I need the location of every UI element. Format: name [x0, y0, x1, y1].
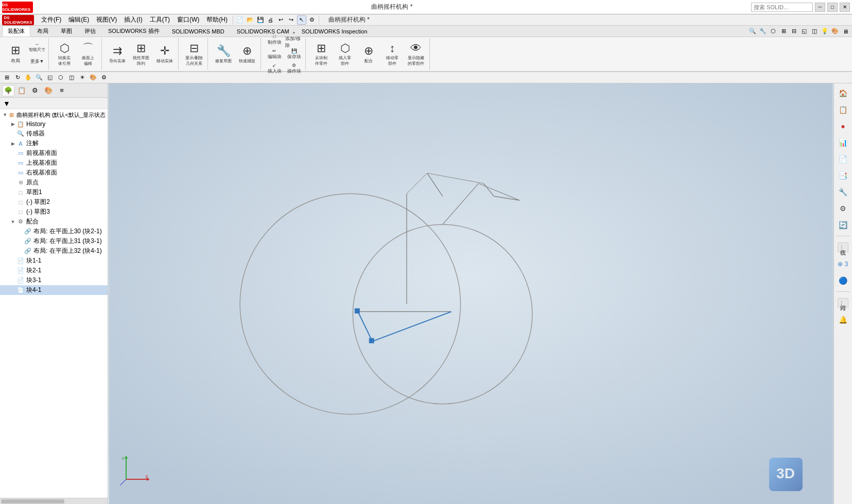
- new-icon[interactable]: 📄: [235, 15, 245, 25]
- insert-component-btn[interactable]: ⬡ 插入零部件: [334, 40, 356, 68]
- ribbon-bg-icon[interactable]: 🎨: [830, 27, 840, 36]
- tab-config[interactable]: ⚙: [29, 85, 41, 96]
- tree-item-block3[interactable]: 📄 块3-1: [0, 275, 108, 285]
- edit-block-btn[interactable]: ✏ 编辑块: [265, 47, 284, 61]
- tree-root[interactable]: ▼ ⊞ 曲柄摇杆机构 (默认<默认_显示状态: [0, 110, 108, 119]
- tree-item-sketch2[interactable]: □ (-) 草图2: [0, 197, 108, 207]
- operate-block-btn[interactable]: ⚙ 操作块: [285, 62, 303, 75]
- right-page-icon[interactable]: 📑: [836, 168, 851, 183]
- move-component-btn[interactable]: ↕ 移动零部件: [381, 40, 404, 68]
- tree-item-front-plane[interactable]: ▭ 前视基准面: [0, 148, 108, 158]
- ribbon-search-icon[interactable]: 🔍: [748, 27, 757, 36]
- tree-item-layout2[interactable]: 🔗 布局: 在平面上31 (块3-1): [0, 236, 108, 246]
- pan-icon[interactable]: ✋: [24, 73, 33, 82]
- move-entity-btn[interactable]: ✛ 移动实体: [153, 40, 176, 68]
- insert-block-btn[interactable]: ↙ 插入块: [265, 62, 284, 75]
- tab-sw-plugins[interactable]: SOLIDWORKS 插件: [102, 26, 165, 37]
- right-tasks-icon[interactable]: 📋: [836, 102, 851, 117]
- offset-surface-btn[interactable]: ⌒ 曲面上偏移: [77, 40, 99, 68]
- tree-item-block1[interactable]: 📄 块1-1: [0, 256, 108, 266]
- tab-layout[interactable]: 布局: [31, 26, 54, 37]
- scrollbar-thumb[interactable]: [1, 499, 64, 503]
- make-part-btn[interactable]: ⊞ 从块制作零件: [310, 40, 333, 68]
- tree-item-top-plane[interactable]: ▭ 上视基准面: [0, 158, 108, 168]
- tab-sw-mbd[interactable]: SOLIDWORKS MBD: [166, 27, 230, 36]
- rotate-icon[interactable]: ↻: [13, 73, 22, 82]
- save-block-btn[interactable]: 💾 保存块: [285, 47, 303, 61]
- right-refresh-icon[interactable]: 🔄: [836, 217, 851, 233]
- options-icon[interactable]: ⚙: [307, 15, 317, 25]
- ribbon-view2-icon[interactable]: ⊟: [789, 27, 798, 36]
- zoom-fit-icon[interactable]: ⊞: [2, 73, 11, 82]
- ribbon-3d-icon[interactable]: ⬡: [769, 27, 778, 36]
- right-subscribe-icon[interactable]: 🔔: [836, 312, 851, 327]
- redo-icon[interactable]: ↪: [287, 15, 296, 25]
- right-chart-icon[interactable]: 📊: [836, 135, 851, 150]
- smart-dimension-btn[interactable]: ↔智能尺寸: [28, 40, 46, 54]
- search-input[interactable]: [751, 3, 813, 12]
- tree-item-sketch3[interactable]: □ (-) 草图3: [0, 207, 108, 217]
- fix-sketch-btn[interactable]: 🔧 修复草图: [212, 40, 235, 68]
- ribbon-3dview-icon[interactable]: ◫: [810, 27, 819, 36]
- tree-item-annotations[interactable]: ▶ A 注解: [0, 138, 108, 148]
- open-icon[interactable]: 📂: [246, 15, 255, 25]
- right-online-icon[interactable]: ⊕ 3: [836, 256, 851, 272]
- tree-item-right-plane[interactable]: ▭ 右视基准面: [0, 168, 108, 178]
- tree-item-origin[interactable]: ⊕ 原点: [0, 178, 108, 187]
- ribbon-scene-icon[interactable]: 🖥: [841, 27, 850, 36]
- tab-feature-tree[interactable]: 🌳: [2, 85, 14, 96]
- zoom-icon[interactable]: 🔍: [34, 73, 44, 82]
- tree-item-layout3[interactable]: 🔗 布局: 在平面上32 (块4-1): [0, 246, 108, 256]
- right-doc-icon[interactable]: 📄: [836, 151, 851, 167]
- ribbon-tools-icon[interactable]: 🔧: [758, 27, 768, 36]
- tree-item-sketch1[interactable]: □ 草图1: [0, 187, 108, 197]
- minimize-button[interactable]: ─: [815, 3, 825, 12]
- right-subscribe-label[interactable]: 订阅...: [838, 298, 848, 308]
- tab-property[interactable]: 📋: [15, 85, 28, 96]
- tree-item-history[interactable]: ▶ 📋 History: [0, 119, 108, 129]
- linear-array-btn[interactable]: ⊞ 线性草图阵列: [130, 40, 152, 68]
- show-hide-btn[interactable]: 👁 显示隐藏的零部件: [405, 40, 427, 68]
- mate-btn[interactable]: ⊕ 配合: [357, 40, 380, 68]
- display-style-icon[interactable]: ◫: [67, 73, 76, 82]
- restore-button[interactable]: □: [827, 3, 838, 12]
- make-block-btn[interactable]: □ 制作块: [265, 33, 284, 46]
- tree-item-block4[interactable]: 📄 块4-1: [0, 285, 108, 295]
- show-relations-btn[interactable]: ⊟ 显示/删除几何关系: [183, 40, 205, 68]
- add-remove-btn[interactable]: + 添加/移除: [285, 33, 303, 46]
- more-tools-btn[interactable]: 更多▼: [28, 55, 46, 68]
- right-online2-icon[interactable]: 🔵: [836, 273, 851, 288]
- guide-btn[interactable]: ⇉ 导向实体: [106, 40, 129, 68]
- right-circle-icon[interactable]: ●: [836, 118, 851, 134]
- tab-assembly[interactable]: 装配体: [2, 26, 30, 37]
- tab-custom[interactable]: ≡: [56, 85, 68, 96]
- tree-item-layout1[interactable]: 🔗 布局: 在平面上30 (块2-1): [0, 227, 108, 236]
- appear-icon[interactable]: ⚙: [99, 73, 109, 82]
- menu-view[interactable]: 视图(V): [93, 14, 120, 25]
- lighting-icon[interactable]: ☀: [78, 73, 87, 82]
- colormap-icon[interactable]: 🎨: [89, 73, 98, 82]
- ribbon-light-icon[interactable]: 💡: [820, 27, 829, 36]
- section-view-icon[interactable]: ◱: [45, 73, 55, 82]
- tree-item-mate[interactable]: ▼ ⚙ 配合: [0, 217, 108, 227]
- view3d-icon[interactable]: ⬡: [56, 73, 65, 82]
- print-icon[interactable]: 🖨: [266, 15, 275, 25]
- tab-appearance[interactable]: 🎨: [42, 85, 55, 96]
- quick-snap-btn[interactable]: ⊕ 快速捕捉: [236, 40, 258, 68]
- close-button[interactable]: ✕: [840, 3, 850, 12]
- ribbon-orient-icon[interactable]: ◱: [799, 27, 809, 36]
- right-gear-icon[interactable]: ⚙: [836, 201, 851, 216]
- menu-help[interactable]: 帮助(H): [203, 14, 231, 25]
- tree-item-block2[interactable]: 📄 块2-1: [0, 266, 108, 275]
- undo-icon[interactable]: ↩: [276, 15, 286, 25]
- layout-btn[interactable]: ⊞ 布局: [4, 40, 27, 68]
- menu-file[interactable]: 文件(F): [38, 14, 64, 25]
- select-icon[interactable]: ↖: [297, 15, 306, 25]
- menu-window[interactable]: 窗口(W): [174, 14, 202, 25]
- tab-sw-inspection[interactable]: SOLIDWORKS Inspection: [296, 27, 373, 36]
- tab-sketch[interactable]: 草图: [55, 26, 78, 37]
- ribbon-grid-icon[interactable]: ⊞: [779, 27, 788, 36]
- tab-evaluate[interactable]: 评估: [79, 26, 101, 37]
- filter-icon[interactable]: ▼: [2, 99, 11, 108]
- save-icon[interactable]: 💾: [256, 15, 265, 25]
